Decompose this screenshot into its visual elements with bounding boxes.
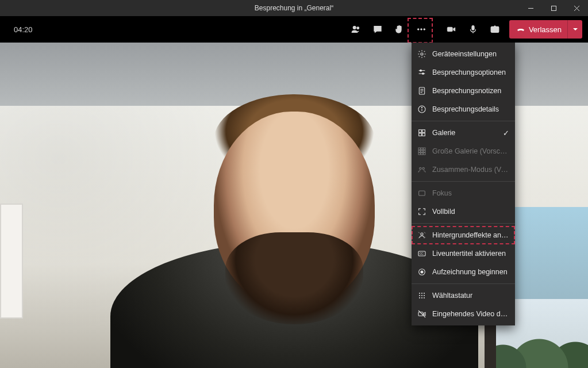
mic-button[interactable] (463, 19, 483, 40)
close-button[interactable] (565, 0, 588, 16)
svg-point-8 (424, 29, 425, 30)
menu-separator (412, 121, 515, 121)
menu-item-label: Fokus (432, 189, 509, 197)
svg-rect-31 (418, 150, 420, 152)
menu-item-label: Galerie (432, 129, 497, 137)
leave-main[interactable]: Verlassen (509, 24, 567, 35)
camera-button[interactable] (441, 19, 462, 40)
svg-rect-36 (424, 153, 425, 155)
menu-item-label: Wähltastatur (432, 292, 509, 300)
menu-separator (412, 223, 515, 224)
menu-item-dialpad[interactable]: Wähltastatur (412, 286, 515, 305)
menu-item-label: Besprechungsdetails (432, 105, 509, 113)
svg-point-4 (353, 26, 356, 29)
menu-item-fullscreen[interactable]: Vollbild (412, 202, 515, 221)
raise-hand-button[interactable] (389, 19, 410, 40)
svg-rect-25 (422, 130, 425, 133)
maximize-button[interactable] (542, 0, 565, 16)
cc-icon: CC (417, 249, 426, 258)
svg-rect-33 (424, 150, 425, 152)
leave-label: Verlassen (529, 25, 562, 34)
leave-button[interactable]: Verlassen (509, 20, 582, 39)
window-title: Besprechung in „General“ (255, 4, 333, 12)
menu-item-label: Hintergrundeffekte anwe... (432, 231, 509, 239)
notes-icon (417, 86, 426, 95)
svg-point-44 (421, 271, 423, 273)
menu-item-record[interactable]: Aufzeichnung beginnen (412, 263, 515, 281)
svg-point-14 (420, 70, 422, 71)
menu-item-label: Aufzeichnung beginnen (432, 268, 509, 276)
svg-point-50 (424, 295, 425, 296)
gear-icon (417, 49, 426, 59)
menu-item-info[interactable]: Besprechungsdetails (412, 100, 515, 118)
svg-point-52 (421, 297, 422, 298)
meeting-toolbar: 04:20 Verlassen (0, 16, 588, 43)
info-icon (417, 105, 426, 114)
svg-rect-9 (447, 27, 452, 32)
svg-rect-1 (551, 6, 556, 10)
menu-item-grid[interactable]: Galerie✓ (412, 124, 515, 142)
app-window: Besprechung in „General“ 04:20 (0, 0, 588, 368)
dialpad-icon (417, 291, 426, 300)
leave-caret[interactable] (567, 20, 582, 39)
svg-rect-35 (421, 153, 422, 155)
menu-item-sliders[interactable]: Besprechungsoptionen (412, 63, 515, 82)
hangup-icon (516, 24, 525, 35)
menu-item-label: Besprechungsoptionen (432, 68, 509, 76)
record-icon (417, 267, 426, 277)
share-button[interactable] (485, 19, 505, 40)
sliders-icon (417, 68, 426, 77)
participants-button[interactable] (345, 19, 366, 40)
svg-point-16 (422, 73, 424, 75)
menu-item-label: Eingehendes Video deakt... (432, 310, 509, 318)
menu-item-video-off[interactable]: Eingehendes Video deakt... (412, 305, 515, 323)
svg-text:CC: CC (420, 252, 424, 255)
svg-rect-27 (422, 133, 425, 136)
menu-item-together: Zusammen-Modus (Vorschau) (412, 160, 515, 179)
focus-icon (417, 189, 426, 198)
svg-rect-39 (419, 191, 425, 195)
large-grid-icon (417, 147, 426, 156)
menu-item-label: Vollbild (432, 208, 509, 216)
menu-item-background[interactable]: Hintergrundeffekte anwe... (412, 226, 515, 244)
minimize-button[interactable] (519, 0, 542, 16)
more-button[interactable] (411, 19, 432, 40)
svg-point-37 (420, 167, 421, 169)
svg-rect-24 (419, 130, 422, 133)
title-bar: Besprechung in „General“ (0, 0, 588, 16)
menu-item-label: Große Galerie (Vorschau) (432, 147, 509, 155)
svg-rect-10 (472, 25, 475, 30)
menu-item-cc[interactable]: CCLiveuntertitel aktivieren (412, 244, 515, 263)
person-beard (225, 232, 363, 324)
background-icon (417, 231, 426, 240)
svg-point-38 (422, 167, 424, 169)
menu-item-gear[interactable]: Geräteeinstellungen (412, 45, 515, 63)
menu-item-notes[interactable]: Besprechungsnotizen (412, 82, 515, 100)
menu-item-label: Zusammen-Modus (Vorschau) (432, 166, 509, 174)
svg-point-23 (421, 107, 422, 108)
svg-rect-30 (424, 148, 425, 150)
call-timer: 04:20 (14, 25, 33, 34)
svg-rect-29 (421, 148, 422, 150)
menu-item-focus: Fokus (412, 184, 515, 202)
svg-point-5 (357, 27, 359, 29)
svg-point-53 (424, 297, 425, 298)
svg-line-55 (418, 310, 425, 317)
svg-point-45 (419, 293, 420, 294)
svg-point-6 (417, 29, 419, 30)
svg-point-7 (421, 29, 422, 30)
chat-button[interactable] (367, 19, 388, 40)
fullscreen-icon (417, 207, 426, 216)
svg-rect-34 (418, 153, 420, 155)
menu-separator (412, 283, 515, 284)
menu-item-label: Geräteeinstellungen (432, 50, 509, 58)
whiteboard (0, 204, 23, 319)
menu-item-label: Liveuntertitel aktivieren (432, 250, 509, 258)
svg-point-51 (419, 297, 420, 298)
svg-rect-26 (419, 133, 422, 136)
svg-point-46 (421, 293, 422, 294)
svg-point-47 (424, 293, 425, 294)
window-controls (519, 0, 588, 16)
svg-point-40 (421, 233, 423, 235)
svg-rect-32 (421, 150, 422, 152)
